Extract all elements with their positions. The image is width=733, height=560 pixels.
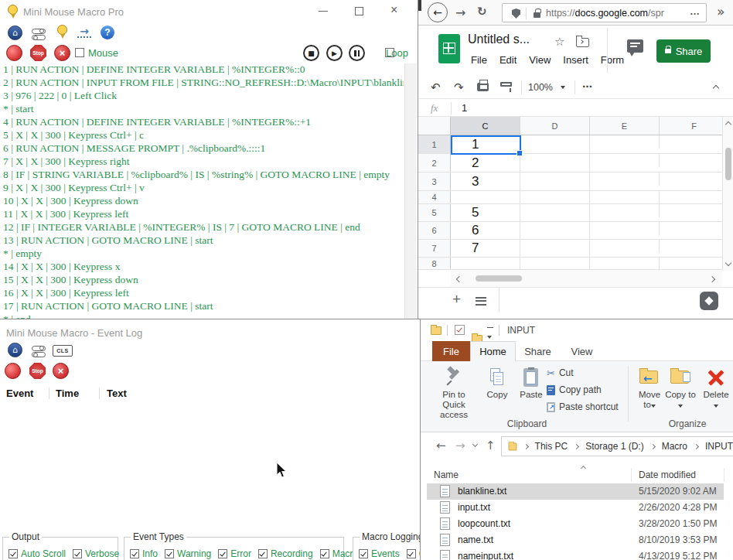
macro-line[interactable]: 14 | X | X | 300 | Keypress x [3, 261, 404, 274]
macro-line[interactable]: 12 | IF | INTEGER VARIABLE | %INTEGER% |… [3, 221, 404, 234]
cell-col-f[interactable] [660, 204, 722, 222]
file-row[interactable]: name.txt 8/10/2019 3:53 PM [427, 532, 724, 548]
paste-button[interactable]: Paste [515, 367, 547, 400]
file-row[interactable]: loopcount.txt 3/28/2020 1:50 PM [427, 516, 724, 532]
cell-col-c[interactable] [451, 191, 520, 203]
lock-icon[interactable] [534, 12, 540, 18]
formula-value[interactable]: 1 [462, 102, 467, 114]
sheet-row[interactable]: 2 2 [418, 154, 722, 172]
checkbox-item[interactable]: Info [130, 548, 158, 559]
checkbox[interactable] [320, 549, 329, 558]
column-header[interactable]: D [520, 117, 590, 135]
pause-icon[interactable] [349, 45, 365, 61]
cell-col-d[interactable] [520, 240, 590, 257]
clear-x-icon[interactable]: × [54, 45, 70, 61]
back-icon[interactable]: ← [428, 2, 448, 22]
all-sheets-menu-icon[interactable] [476, 295, 486, 307]
print-icon[interactable] [477, 83, 489, 91]
macro-line[interactable]: 2 | RUN ACTION | INPUT FROM FILE | STRIN… [3, 77, 404, 90]
tab-view[interactable]: View [560, 341, 604, 361]
row-header[interactable]: 6 [418, 222, 451, 239]
address-bar[interactable]: https://docs.google.com/spr … [502, 3, 707, 22]
page-actions-icon[interactable]: … [690, 5, 700, 17]
copy-button[interactable]: Copy [481, 367, 513, 400]
horizontal-scroll-thumb[interactable] [476, 275, 522, 282]
cut-button[interactable]: ✂ Cut [547, 366, 574, 380]
sheet-row[interactable]: 3 3 [418, 172, 722, 191]
row-header[interactable]: 2 [418, 154, 451, 172]
cell-col-f[interactable] [660, 240, 722, 258]
cell-col-f[interactable] [660, 172, 722, 190]
settings-toggles-icon[interactable] [32, 27, 46, 42]
macro-pin-icon[interactable] [57, 25, 67, 39]
overflow-chevrons-icon[interactable]: » [717, 4, 724, 19]
document-title[interactable]: Untitled s... [468, 32, 530, 46]
copy-path-button[interactable]: Copy path [547, 383, 602, 397]
move-to-folder-icon[interactable] [576, 38, 589, 47]
macro-line[interactable]: 9 | X | X | 300 | Keypress Ctrl+ | v [3, 182, 404, 195]
cell-col-e[interactable] [590, 135, 660, 149]
cell-col-c[interactable]: 2 [451, 154, 520, 172]
pin-to-quick-access-button[interactable]: Pin to Quick access [431, 367, 476, 420]
macro-line[interactable]: * | start [3, 103, 404, 116]
sheet-row[interactable]: 7 7 [418, 240, 722, 258]
reload-icon[interactable]: ↻ [477, 5, 487, 19]
record-icon[interactable] [5, 363, 21, 379]
help-icon[interactable]: ? [101, 26, 114, 39]
row-header[interactable]: 8 [418, 258, 451, 269]
menu-item[interactable]: Edit [499, 54, 517, 66]
checkbox[interactable] [9, 549, 18, 558]
macro-line[interactable]: 4 | RUN ACTION | DEFINE INTEGER VARIABLE… [3, 116, 404, 129]
tab-home[interactable]: Home [470, 341, 516, 361]
delete-button[interactable]: Delete [699, 367, 733, 410]
tab-file[interactable]: File [432, 341, 470, 361]
checkbox[interactable] [218, 549, 227, 558]
formula-bar[interactable]: fx 1 [418, 98, 733, 117]
record-icon[interactable] [6, 45, 22, 61]
checkbox-item[interactable]: Warning [165, 548, 211, 559]
column-header-time[interactable]: Time [56, 388, 79, 399]
macro-line[interactable]: 6 | RUN ACTION | MESSAGE PROMPT | .%clip… [3, 142, 404, 155]
share-button[interactable]: Share [656, 39, 711, 63]
play-icon[interactable]: ▶ [326, 45, 343, 61]
row-header[interactable]: 3 [418, 172, 451, 190]
macro-line[interactable]: 16 | X | X | 300 | Keypress left [3, 287, 404, 300]
checkbox-item[interactable]: C [407, 548, 420, 559]
breadcrumb-item[interactable]: Macro [662, 441, 687, 452]
home-icon[interactable]: ⌂ [8, 343, 22, 357]
column-header-text[interactable]: Text [107, 388, 127, 399]
cell-col-d[interactable] [520, 191, 590, 203]
paste-shortcut-button[interactable]: ↗ Paste shortcut [547, 400, 619, 414]
column-divider[interactable] [724, 468, 724, 482]
menu-item[interactable]: File [471, 54, 487, 66]
cell-col-c[interactable]: 7 [451, 240, 520, 257]
cell-col-e[interactable] [590, 204, 660, 217]
row-header[interactable]: 7 [418, 240, 451, 257]
row-header[interactable]: 5 [418, 204, 451, 221]
macro-line[interactable]: 17 | RUN ACTION | GOTO MACRO LINE | star… [3, 300, 404, 313]
column-header[interactable]: F [660, 117, 722, 135]
move-to-button[interactable]: ← Move to [634, 367, 665, 410]
cell-col-d[interactable] [520, 204, 590, 221]
cell-col-c[interactable]: 5 [451, 204, 520, 221]
column-header-name[interactable]: Name [434, 470, 459, 480]
sheet-row[interactable]: 6 6 [418, 222, 722, 240]
close-icon[interactable]: × [390, 3, 397, 17]
file-row[interactable]: input.txt 2/26/2020 4:28 PM [427, 500, 724, 516]
copy-to-button[interactable]: Copy to [665, 367, 696, 410]
sort-ascending-icon[interactable] [581, 466, 586, 471]
cell-col-d[interactable] [520, 172, 590, 190]
macro-line[interactable]: 10 | X | X | 300 | Keypress down [3, 195, 404, 208]
column-header[interactable]: E [590, 117, 660, 135]
checkbox-item[interactable]: Verbose [73, 548, 119, 559]
checkbox-item[interactable]: Auto Scroll [9, 548, 66, 559]
menu-item[interactable]: Insert [563, 54, 588, 66]
sheet-row[interactable]: 5 5 [418, 204, 722, 222]
forward-icon[interactable]: → [455, 5, 465, 20]
scroll-up-icon[interactable] [725, 121, 731, 128]
column-header-date-modified[interactable]: Date modified [639, 470, 696, 480]
file-row[interactable]: nameinput.txt 4/13/2019 5:12 PM [427, 548, 724, 560]
menu-item[interactable]: Form [601, 54, 624, 66]
menu-item[interactable]: View [529, 54, 551, 66]
mouse-checkbox[interactable] [75, 48, 84, 57]
